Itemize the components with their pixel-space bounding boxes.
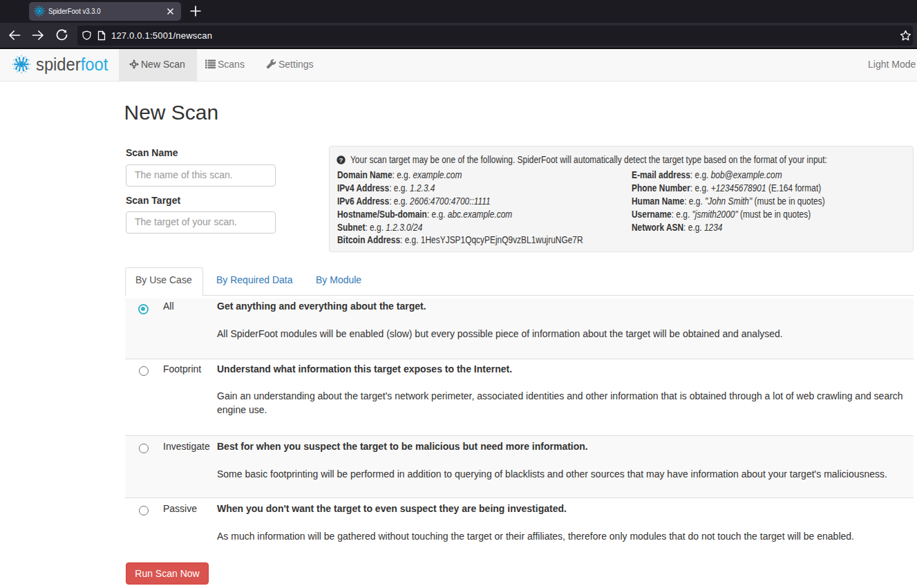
- svg-text:?: ?: [339, 156, 343, 164]
